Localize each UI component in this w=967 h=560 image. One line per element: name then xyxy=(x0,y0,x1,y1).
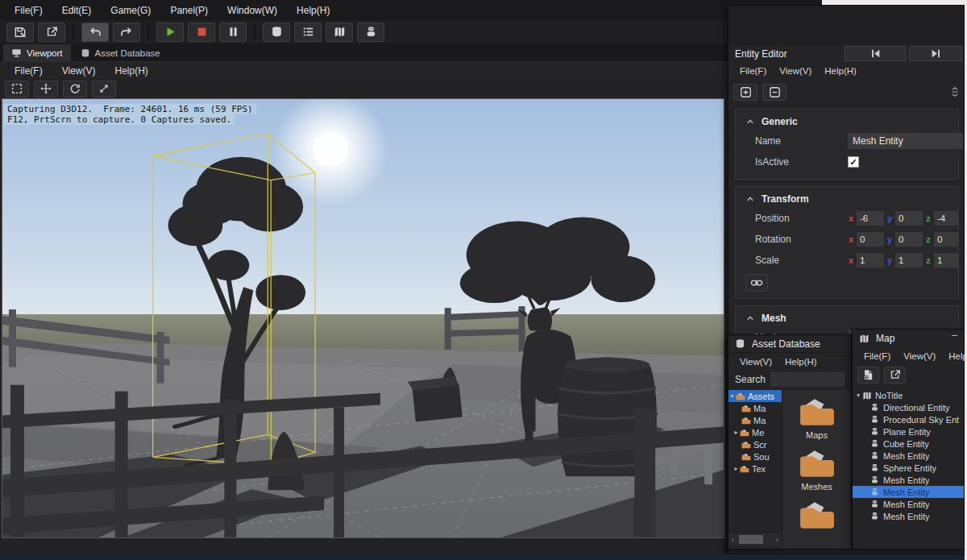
adb-menu-help[interactable]: Help(H) xyxy=(778,355,824,368)
entity-row[interactable]: Mesh Entity xyxy=(853,510,964,522)
section-mesh-header[interactable]: Mesh xyxy=(736,309,958,327)
tree-item-materials[interactable]: Ma xyxy=(728,414,782,426)
entity-row[interactable]: Mesh Entity xyxy=(853,450,964,462)
entity-row[interactable]: Mesh Entity xyxy=(853,474,964,486)
horizontal-scrollbar[interactable]: ‹ › xyxy=(728,533,782,545)
section-mesh-title: Mesh xyxy=(762,313,786,324)
rotation-x-input[interactable] xyxy=(857,232,884,247)
adb-menu-view[interactable]: View(V) xyxy=(733,355,778,368)
menu-item-panel[interactable]: Panel(P) xyxy=(162,2,216,19)
asset-database-button[interactable] xyxy=(263,23,290,42)
tree-item-textures[interactable]: ▸ Tex xyxy=(728,463,782,475)
new-entity-button[interactable] xyxy=(857,367,879,384)
menu-item-help[interactable]: Help(H) xyxy=(288,2,338,19)
skip-end-icon xyxy=(930,48,942,60)
entity-row[interactable]: Plane Entity xyxy=(853,425,964,438)
map-titlebar[interactable]: Map – xyxy=(853,330,964,347)
skip-to-end-button[interactable] xyxy=(909,46,962,61)
position-y-input[interactable] xyxy=(895,211,923,226)
caret-down-icon[interactable]: ▾ xyxy=(728,392,736,400)
skip-to-start-button[interactable] xyxy=(845,46,906,61)
undo-button[interactable] xyxy=(81,23,109,42)
position-z-input[interactable] xyxy=(934,211,958,226)
viewport-menu-file[interactable]: File(F) xyxy=(6,64,51,78)
tree-item-assets[interactable]: ▾ Assets xyxy=(728,390,782,402)
menu-item-window[interactable]: Window(W) xyxy=(219,2,285,19)
redo-button[interactable] xyxy=(113,23,140,42)
map-menu-file[interactable]: File(F) xyxy=(857,350,897,363)
scroll-left-icon[interactable]: ‹ xyxy=(728,533,737,545)
scroll-right-icon[interactable]: › xyxy=(773,533,782,545)
menu-item-file[interactable]: File(F) xyxy=(6,2,51,19)
asset-card-meshes[interactable]: Meshes xyxy=(799,448,836,492)
asset-database-titlebar[interactable]: Asset Database xyxy=(728,335,851,353)
tree-item-sounds[interactable]: Sou xyxy=(728,450,782,463)
tree-item-maps[interactable]: Ma xyxy=(728,402,782,414)
map-title: Map xyxy=(876,333,894,344)
entity-editor-title: Entity Editor xyxy=(735,48,787,60)
section-transform-header[interactable]: Transform xyxy=(736,190,958,208)
crate[interactable] xyxy=(408,377,463,422)
save-button[interactable] xyxy=(6,23,34,42)
caret-right-icon[interactable]: ▸ xyxy=(733,465,740,472)
scale-label: Scale xyxy=(755,255,779,266)
entity-row[interactable]: Sphere Entity xyxy=(853,462,964,474)
scale-z-input[interactable] xyxy=(934,253,958,268)
robot-icon xyxy=(870,403,879,412)
rotate-tool-button[interactable] xyxy=(63,81,87,97)
asset-card-partial[interactable] xyxy=(799,500,836,530)
search-input[interactable] xyxy=(770,372,845,387)
entity-row-selected[interactable]: Mesh Entity xyxy=(853,486,964,498)
entity-row[interactable]: Cube Entity xyxy=(853,438,964,450)
viewport-menu-view[interactable]: View(V) xyxy=(54,64,104,78)
entity-list-button[interactable] xyxy=(294,23,322,42)
map-button[interactable] xyxy=(326,23,353,42)
move-tool-button[interactable] xyxy=(34,81,58,97)
tree-root-notitle[interactable]: ▾ NoTitle xyxy=(853,389,964,401)
add-component-button[interactable] xyxy=(733,84,757,101)
stop-button[interactable] xyxy=(188,23,215,42)
tab-viewport[interactable]: Viewport xyxy=(3,44,71,61)
caret-right-icon[interactable]: ▸ xyxy=(733,429,740,436)
rotation-z-input[interactable] xyxy=(934,232,958,247)
tree-item-scripts[interactable]: Scr xyxy=(728,438,782,450)
uniform-scale-link-button[interactable] xyxy=(745,274,768,292)
tab-asset-database[interactable]: Asset Database xyxy=(73,44,168,61)
marquee-select-button[interactable] xyxy=(5,81,29,97)
caret-down-icon[interactable]: ▾ xyxy=(854,392,862,399)
scale-y-input[interactable] xyxy=(895,253,923,268)
position-x-input[interactable] xyxy=(857,211,884,226)
menu-item-edit[interactable]: Edit(E) xyxy=(54,2,100,19)
entity-menu-view[interactable]: View(V) xyxy=(773,64,818,77)
minimize-icon[interactable]: – xyxy=(952,330,957,341)
entity-row[interactable]: Procedural Sky Ent xyxy=(853,413,964,425)
open-external-button[interactable] xyxy=(884,367,906,384)
entity-menu-file[interactable]: File(F) xyxy=(733,64,773,77)
tree-item-meshes[interactable]: ▸ Me xyxy=(728,426,782,438)
entity-menu-help[interactable]: Help(H) xyxy=(818,64,863,77)
entity-label: Mesh Entity xyxy=(883,475,929,485)
remove-component-button[interactable] xyxy=(762,84,786,101)
asset-card-maps[interactable]: Maps xyxy=(799,396,836,440)
map-menu-view[interactable]: View(V) xyxy=(897,350,942,363)
overflow-icon[interactable] xyxy=(951,86,959,97)
rotation-y-input[interactable] xyxy=(895,232,923,247)
entity-row[interactable]: Directional Entity xyxy=(853,401,964,413)
entity-row[interactable]: Mesh Entity xyxy=(853,498,964,510)
scale-tool-button[interactable] xyxy=(92,81,116,97)
map-menu-help[interactable]: Help(H) xyxy=(942,350,967,363)
play-button[interactable] xyxy=(156,23,184,42)
open-external-button[interactable] xyxy=(38,23,65,42)
scrollbar-thumb[interactable] xyxy=(739,535,763,544)
tree-root-label: NoTitle xyxy=(875,391,903,400)
pause-button[interactable] xyxy=(219,23,247,42)
section-generic-header[interactable]: Generic xyxy=(736,113,958,131)
entity-button[interactable] xyxy=(357,23,384,42)
viewport-canvas[interactable]: Capturing D3D12. Frame: 24601. 16 ms (59… xyxy=(2,98,724,538)
viewport-menu-help[interactable]: Help(H) xyxy=(106,64,156,78)
entity-editor-titlebar[interactable]: Entity Editor xyxy=(728,45,964,62)
isactive-checkbox[interactable]: ✓ xyxy=(848,156,859,168)
name-input[interactable] xyxy=(848,133,963,149)
menu-item-game[interactable]: Game(G) xyxy=(102,2,159,19)
scale-x-input[interactable] xyxy=(857,253,884,268)
